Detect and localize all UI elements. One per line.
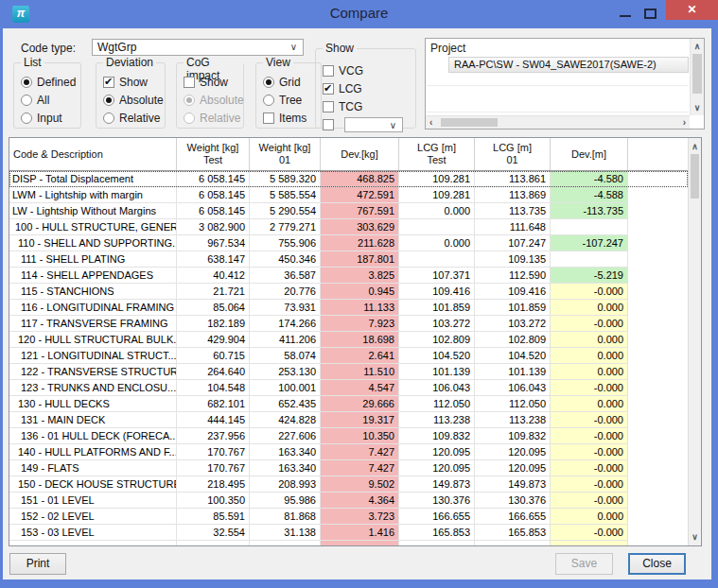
cell-value[interactable]: -0.000 bbox=[551, 444, 628, 460]
cell-value[interactable]: 109.416 bbox=[399, 284, 475, 300]
cell-value[interactable] bbox=[177, 541, 250, 545]
cell-description[interactable]: 122 - TRANSVERSE STRUCTUR... bbox=[9, 364, 177, 380]
cell-value[interactable]: 101.859 bbox=[475, 300, 551, 316]
cell-description[interactable]: 100 - HULL STRUCTURE, GENER... bbox=[9, 219, 177, 235]
cell-value[interactable]: 19.317 bbox=[321, 412, 399, 428]
cell-value[interactable]: 109.281 bbox=[399, 187, 475, 203]
cell-value[interactable]: 103.272 bbox=[475, 316, 551, 332]
checkbox-control[interactable] bbox=[323, 119, 334, 130]
scroll-down-icon[interactable]: ∨ bbox=[691, 103, 704, 112]
cell-value[interactable]: 32.554 bbox=[177, 525, 250, 541]
cell-description[interactable]: 150 - DECK HOUSE STRUCTURE bbox=[9, 476, 177, 493]
cell-value[interactable]: 149.873 bbox=[475, 476, 551, 493]
checkbox-vcg[interactable]: VCG bbox=[323, 61, 413, 79]
cell-value[interactable]: 174.266 bbox=[250, 316, 321, 332]
radio-grid[interactable]: Grid bbox=[263, 73, 319, 91]
table-row[interactable]: 140 - HULL PLATFORMS AND F...170.767163.… bbox=[9, 444, 688, 460]
cell-value[interactable]: 0.000 bbox=[399, 203, 475, 219]
cell-description[interactable]: 111 - SHELL PLATING bbox=[9, 251, 177, 268]
radio-control[interactable] bbox=[21, 112, 32, 124]
close-window-button[interactable]: ✕ bbox=[666, 0, 718, 20]
cell-description[interactable] bbox=[9, 541, 177, 545]
checkbox-control[interactable] bbox=[323, 65, 334, 77]
scrollbar-thumb[interactable] bbox=[691, 154, 699, 199]
cell-description[interactable]: DISP - Total Displacement bbox=[9, 171, 177, 187]
cell-value[interactable]: 163.340 bbox=[250, 444, 321, 460]
cell-description[interactable]: 117 - TRANSVERSE FRAMING bbox=[9, 316, 177, 332]
cell-value[interactable]: 11.510 bbox=[321, 364, 399, 380]
cell-value[interactable]: 468.825 bbox=[321, 171, 399, 187]
checkbox-tcg[interactable]: TCG bbox=[323, 97, 413, 115]
cell-value[interactable]: 187.801 bbox=[321, 251, 399, 268]
cell-value[interactable]: 109.135 bbox=[475, 251, 551, 268]
table-row[interactable]: 117 - TRANSVERSE FRAMING182.189174.2667.… bbox=[9, 316, 688, 332]
cell-description[interactable]: 121 - LONGITUDINAL STRUCT... bbox=[9, 348, 177, 364]
radio-absolute[interactable]: Absolute bbox=[184, 91, 241, 109]
cell-value[interactable]: 2 779.271 bbox=[250, 219, 321, 235]
cell-value[interactable]: -4.588 bbox=[551, 187, 628, 203]
radio-control[interactable] bbox=[21, 95, 32, 106]
radio-input[interactable]: Input bbox=[21, 109, 79, 127]
cell-value[interactable]: 73.931 bbox=[250, 300, 321, 316]
project-item-selected[interactable]: RAA-PC\SW - SW04_SAWE2017(SAWE-2) bbox=[448, 57, 689, 73]
cell-value[interactable]: 7.427 bbox=[321, 460, 399, 476]
checkbox-control[interactable] bbox=[103, 77, 114, 88]
cell-value[interactable]: 0.000 bbox=[551, 332, 628, 348]
cell-value[interactable]: 755.906 bbox=[250, 235, 321, 251]
minimize-icon[interactable] bbox=[620, 15, 631, 17]
table-row[interactable]: LWM - Lightship with margin6 058.1455 58… bbox=[9, 187, 688, 203]
cell-value[interactable]: 120.095 bbox=[475, 460, 551, 476]
cell-value[interactable]: 682.101 bbox=[177, 396, 250, 412]
cell-value[interactable]: 0.000 bbox=[551, 348, 628, 364]
table-row[interactable]: 122 - TRANSVERSE STRUCTUR...264.640253.1… bbox=[9, 364, 688, 380]
cell-value[interactable]: 767.591 bbox=[321, 203, 399, 219]
cell-value[interactable]: 211.628 bbox=[321, 235, 399, 251]
cell-value[interactable]: 0.000 bbox=[551, 364, 628, 380]
cell-value[interactable] bbox=[321, 541, 399, 545]
cell-value[interactable]: 11.133 bbox=[321, 300, 399, 316]
table-row[interactable]: 115 - STANCHIONS21.72120.7760.945109.416… bbox=[9, 284, 688, 300]
cell-description[interactable]: 152 - 02 LEVEL bbox=[9, 509, 177, 525]
scroll-right-icon[interactable]: › bbox=[683, 116, 686, 129]
cell-value[interactable]: 107.247 bbox=[475, 235, 551, 251]
cell-value[interactable]: 29.666 bbox=[321, 396, 399, 412]
cell-value[interactable]: 112.050 bbox=[399, 396, 475, 412]
cell-value[interactable]: 109.281 bbox=[399, 171, 475, 187]
cell-description[interactable]: 114 - SHELL APPENDAGES bbox=[9, 268, 177, 284]
cell-value[interactable]: -0.000 bbox=[551, 316, 628, 332]
cell-value[interactable]: 4.364 bbox=[321, 493, 399, 509]
cell-value[interactable]: 103.272 bbox=[399, 316, 475, 332]
cell-value[interactable]: 149.873 bbox=[399, 476, 475, 493]
radio-control[interactable] bbox=[103, 112, 114, 124]
cell-value[interactable]: -113.735 bbox=[551, 203, 628, 219]
cell-value[interactable]: 120.095 bbox=[399, 444, 475, 460]
cell-description[interactable]: 149 - FLATS bbox=[9, 460, 177, 476]
cell-value[interactable]: 21.721 bbox=[177, 284, 250, 300]
cell-value[interactable]: 5 589.320 bbox=[250, 171, 321, 187]
save-button[interactable]: Save bbox=[555, 553, 613, 575]
table-row[interactable]: 120 - HULL STRUCTURAL BULK...429.904411.… bbox=[9, 332, 688, 348]
cell-value[interactable]: 113.735 bbox=[475, 203, 551, 219]
cell-value[interactable]: -0.000 bbox=[551, 476, 628, 493]
cell-value[interactable]: 2.641 bbox=[321, 348, 399, 364]
cell-value[interactable]: 429.904 bbox=[177, 332, 250, 348]
cell-description[interactable]: LWM - Lightship with margin bbox=[9, 187, 177, 203]
radio-control[interactable] bbox=[103, 95, 114, 106]
radio-control[interactable] bbox=[184, 95, 195, 106]
cell-value[interactable]: 102.809 bbox=[475, 332, 551, 348]
checkbox-control[interactable] bbox=[323, 101, 334, 112]
checkbox-extra[interactable]: ∨ bbox=[323, 115, 413, 133]
cell-description[interactable]: 120 - HULL STRUCTURAL BULK... bbox=[9, 332, 177, 348]
cell-value[interactable]: 218.495 bbox=[177, 476, 250, 493]
table-row[interactable]: 116 - LONGITUDINAL FRAMING85.06473.93111… bbox=[9, 300, 688, 316]
checkbox-show[interactable]: Show bbox=[103, 73, 163, 91]
close-button[interactable]: Close bbox=[628, 553, 686, 575]
cell-value[interactable]: 104.520 bbox=[399, 348, 475, 364]
cell-value[interactable]: 424.828 bbox=[250, 412, 321, 428]
cell-value[interactable]: 18.698 bbox=[321, 332, 399, 348]
cell-value[interactable]: 208.993 bbox=[250, 476, 321, 493]
cell-description[interactable]: 131 - MAIN DECK bbox=[9, 412, 177, 428]
scroll-up-icon[interactable]: ∧ bbox=[689, 142, 701, 151]
table-row[interactable]: DISP - Total Displacement6 058.1455 589.… bbox=[9, 171, 688, 187]
cell-value[interactable]: 60.715 bbox=[177, 348, 250, 364]
